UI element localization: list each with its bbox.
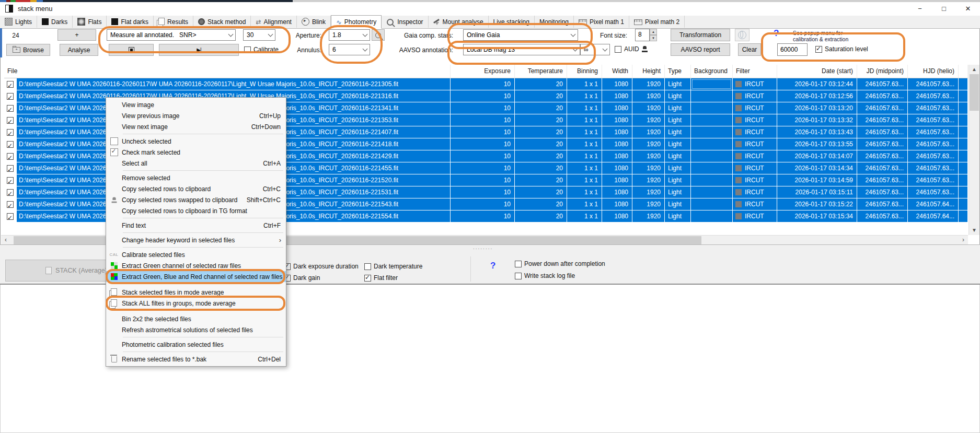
annulus-combo[interactable]: 6 [329,44,370,55]
play-button[interactable]: ▶| [159,44,239,56]
tab-pixel-math-2[interactable]: Pixel math 2 [629,16,685,28]
menu-item-rename-selected-files-to-bak[interactable]: Rename selected files to *.bakCtrl+Del [106,354,286,365]
vertical-scrollbar[interactable]: ▲ ▼ [969,65,979,235]
row-checkbox[interactable] [4,90,17,102]
scroll-right-icon[interactable]: › [959,236,968,244]
tab-stack-method[interactable]: Stack method [193,16,251,28]
tab-photometry[interactable]: ∿Photometry [331,15,382,29]
tab-inspector[interactable]: Inspector [382,16,428,28]
column-header-date-start[interactable]: Date (start) [777,65,857,78]
scroll-up-icon[interactable]: ▲ [969,65,979,74]
menu-item-extract-green-channel-of-selected-raw-files[interactable]: Extract Green channel of selected raw fi… [106,260,286,271]
infinity-combo[interactable]: ∞ [580,44,610,55]
aavso-report-button[interactable]: AAVSO report [671,43,730,56]
column-header-filter[interactable]: Filter [733,65,777,78]
column-header-hjd-helio[interactable]: HJD (helio) [908,65,959,78]
dark-gain-checkbox[interactable]: Dark gain [284,274,320,282]
write-log-checkbox[interactable]: Write stack log file [515,272,575,279]
tab-results[interactable]: Results [154,16,193,28]
column-header-height[interactable]: Height [632,65,665,78]
dark-temperature-checkbox[interactable]: Dark temperature [364,263,422,270]
measure-mode-combo[interactable]: Measure all annotated. SNR> [107,29,236,41]
column-header-temperature[interactable]: Temperature [515,65,567,78]
tab-lights[interactable]: Lights [0,16,37,28]
help-question-mark[interactable]: ? [490,261,495,271]
browse-button[interactable]: +Browse [6,44,50,56]
row-checkbox[interactable] [4,114,17,126]
fontsize-up-button[interactable]: ▲ [650,29,657,35]
saturation-input[interactable]: 60000 [777,43,808,56]
aavso-annotation-combo[interactable]: Local DB mag 13 [463,44,580,55]
saturation-checkbox[interactable]: Saturation level [815,45,868,53]
power-down-checkbox[interactable]: Power down after completion [515,260,605,267]
menu-item-stack-selected-files-in-mode-average[interactable]: Stack selected files in mode average [106,287,286,298]
menu-item-select-all[interactable]: Select allCtrl+A [106,158,286,169]
tab-flats[interactable]: Flats [73,16,107,28]
row-checkbox[interactable] [4,174,17,186]
row-checkbox[interactable] [4,150,17,162]
menu-item-copy-selected-rows-swapped-to-clipboard[interactable]: Copy selected rows swapped to clipboardS… [106,194,286,205]
menu-item-stack-all-filtes-in-groups-mode-average[interactable]: Stack ALL filtes in groups, mode average [106,298,286,309]
menu-item-change-header-keyword-in-selected-files[interactable]: Change header keyword in selected files› [106,235,286,245]
fontsize-down-button[interactable]: ▼ [650,35,657,41]
scroll-left-icon[interactable]: ‹ [1,236,10,244]
row-checkbox[interactable] [4,78,17,90]
clear-button[interactable]: Clear [738,43,761,56]
tab-live-stacking[interactable]: Live stacking [489,16,535,28]
minimize-button[interactable]: − [908,2,932,16]
menu-item-view-previous-image[interactable]: View previous imageCtrl+Up [106,110,286,121]
tab-mount-analyse[interactable]: Mount analyse [429,16,489,28]
column-header-jd-midpoint[interactable]: JD (midpoint) [857,65,908,78]
menu-item-copy-selected-rows-to-clipboard-in-tg-format[interactable]: Copy selected rows to clipboard in TG fo… [106,205,286,216]
menu-item-photometric-calibration-selected-files[interactable]: Photometric calibration selected files [106,339,286,350]
table-row[interactable]: D:\temp\Seestar2 W UMA 20260116-20260117… [4,78,968,90]
row-checkbox[interactable] [4,126,17,138]
add-button[interactable]: + [57,29,96,41]
tab-monitoring[interactable]: Monitoring [535,16,574,28]
menu-item-find-text[interactable]: Find textCtrl+F [106,220,286,231]
menu-item-remove-selected[interactable]: Remove selected [106,172,286,183]
column-header-exposure[interactable]: Exposure [451,65,515,78]
row-checkbox[interactable] [4,138,17,150]
fontsize-input[interactable]: 8 [635,29,650,41]
column-header-width[interactable]: Width [602,65,632,78]
row-checkbox[interactable] [4,210,17,223]
tab-alignment[interactable]: ⇄Alignment [251,16,296,28]
analyse-button[interactable]: Analyse [60,44,98,56]
menu-item-view-next-image[interactable]: View next imageCtrl+Down [106,121,286,132]
menu-item-uncheck-selected[interactable]: Uncheck selected [106,136,286,147]
tab-blink[interactable]: Blink [297,16,331,28]
star-magnifier-button[interactable] [372,29,385,41]
menu-item-refresh-astrometrical-solutions-of-selected-files[interactable]: Refresh astrometrical solutions of selec… [106,324,286,335]
vertical-scrollbar-thumb[interactable] [970,74,979,111]
menu-item-check-mark-selected[interactable]: Check mark selected [106,147,286,158]
tab-pixel-math-1[interactable]: Pixel math 1 [574,16,629,28]
maximize-button[interactable]: □ [932,2,956,16]
menu-item-bin-2x2-the-selected-files[interactable]: Bin 2x2 the selected files [106,313,286,324]
menu-item-calibrate-selected-files[interactable]: CALCalibrate selected files [106,249,286,260]
flat-filter-checkbox[interactable]: Flat filter [364,274,398,282]
help-question-mark[interactable]: ? [774,28,779,39]
column-header-type[interactable]: Type [665,65,691,78]
aperture-combo[interactable]: 1.8 [329,29,370,41]
calibrate-checkbox[interactable]: Calibrate [244,46,279,53]
column-header-file[interactable]: File [4,65,451,78]
snr-combo[interactable]: 30 [243,29,275,41]
scroll-down-icon[interactable]: ▼ [969,226,979,235]
column-header-binning[interactable]: Binning [567,65,602,78]
splitter-grip[interactable]: ........ [473,244,493,250]
gaia-combo[interactable]: Online Gaia [463,29,578,41]
table-header[interactable]: FileExposureTemperatureBinningWidthHeigh… [4,65,968,78]
transformation-button[interactable]: Transformation [671,29,730,41]
close-button[interactable]: ✕ [956,2,980,16]
row-checkbox[interactable] [4,198,17,210]
stop-button[interactable] [109,44,154,56]
menu-item-copy-selected-rows-to-clipboard[interactable]: Copy selected rows to clipboardCtrl+C [106,183,286,194]
row-checkbox[interactable] [4,186,17,198]
dark-exposure-checkbox[interactable]: Dark exposure duration [284,263,359,270]
tab-flat-darks[interactable]: Flat darks [107,16,154,28]
globe-button[interactable] [735,29,750,41]
tab-darks[interactable]: Darks [37,16,73,28]
menu-item-view-image[interactable]: View image [106,99,286,110]
row-checkbox[interactable] [4,102,17,114]
